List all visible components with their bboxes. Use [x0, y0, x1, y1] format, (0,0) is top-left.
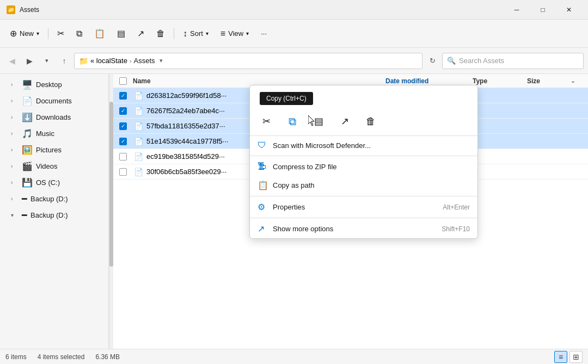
maximize-button[interactable]: □ [530, 2, 555, 18]
file-checkbox[interactable]: ✓ [115, 122, 131, 130]
context-menu-item-properties[interactable]: ⚙ Properties Alt+Enter [250, 198, 477, 217]
close-button[interactable]: ✕ [556, 2, 581, 18]
sidebar-item-pictures[interactable]: › 🖼️ Pictures [2, 142, 106, 158]
search-box[interactable]: 🔍 Search Assets [442, 53, 584, 69]
refresh-button[interactable]: ↻ [425, 53, 440, 69]
sidebar-item-videos[interactable]: › 🎬 Videos [2, 158, 106, 174]
file-icon: 📄 [134, 152, 143, 161]
header-type[interactable]: Type [473, 77, 527, 85]
rename-button[interactable]: ▤ [112, 24, 131, 44]
breadcrumb-current: Assets [134, 57, 155, 65]
file-checkbox[interactable]: ✓ [115, 107, 131, 115]
file-checkbox[interactable] [115, 168, 131, 176]
sidebar-scrollbar[interactable] [109, 74, 113, 349]
checkbox[interactable] [119, 153, 127, 161]
search-placeholder: Search Assets [459, 57, 504, 65]
header-date-modified[interactable]: Date modified [385, 77, 473, 85]
file-list: Name Date modified Type Size ⌄ ✓ 📄 d2638… [113, 74, 588, 349]
sidebar-item-desktop[interactable]: › 🖥️ Desktop [2, 77, 106, 92]
header-checkbox-col[interactable] [115, 77, 131, 85]
sidebar-item-label: OS (C:) [36, 178, 60, 187]
header-more[interactable]: ⌄ [571, 77, 586, 84]
new-icon: ⊕ [10, 28, 17, 39]
checkbox[interactable]: ✓ [119, 122, 127, 130]
pictures-icon: 🖼️ [22, 145, 33, 155]
up-button[interactable]: ↑ [57, 53, 72, 69]
forward-button[interactable]: ▶ [22, 53, 37, 69]
file-checkbox[interactable]: ✓ [115, 138, 131, 145]
checkbox[interactable] [119, 168, 127, 176]
cut-button[interactable]: ✂ [52, 24, 70, 44]
header-name[interactable]: Name [131, 77, 385, 85]
documents-icon: 📄 [22, 96, 33, 106]
minimize-button[interactable]: ─ [504, 2, 529, 18]
copy-button[interactable]: ⧉ [71, 24, 88, 44]
new-button[interactable]: ⊕ New ▾ [4, 24, 45, 44]
recent-button[interactable]: ▾ [39, 53, 54, 69]
more-options-icon: ↗ [258, 224, 267, 234]
context-menu-item-more-options[interactable]: ↗ Show more options Shift+F10 [250, 219, 477, 238]
videos-icon: 🎬 [22, 161, 33, 171]
ctx-share-button[interactable]: ↗ [335, 112, 354, 131]
share-button[interactable]: ↗ [132, 24, 150, 44]
file-checkbox[interactable] [115, 153, 131, 161]
sidebar-item-label: Backup (D:) [30, 195, 68, 203]
context-menu-item-copypath[interactable]: 📋 Copy as path [250, 176, 477, 195]
ctx-copy-button[interactable]: ⧉ [283, 112, 302, 131]
view-details-button[interactable]: ≡ [554, 351, 567, 363]
sidebar-scrollbar-thumb [109, 102, 113, 267]
paste-icon: 📋 [94, 28, 105, 39]
file-checkbox[interactable]: ✓ [115, 92, 131, 100]
sidebar-item-music[interactable]: › 🎵 Music [2, 126, 106, 141]
breadcrumb-arrow: › [130, 58, 132, 64]
toolbar-separator-1 [48, 28, 48, 39]
search-icon: 🔍 [447, 57, 456, 65]
ctx-item-shortcut: Shift+F10 [442, 225, 470, 233]
checkbox[interactable]: ✓ [119, 107, 127, 115]
checkbox[interactable]: ✓ [119, 138, 127, 145]
back-button[interactable]: ◀ [4, 53, 20, 69]
paste-button[interactable]: 📋 [89, 24, 111, 44]
view-button[interactable]: ≡ View ▾ [215, 24, 254, 44]
breadcrumb-bar[interactable]: 📁 « localState › Assets ▾ [74, 53, 422, 69]
context-menu-item-compress[interactable]: 🗜 Compress to ZIP file [250, 157, 477, 176]
compress-icon: 🗜 [258, 162, 267, 171]
checkbox[interactable]: ✓ [119, 92, 127, 100]
sidebar-item-label: Documents [36, 97, 72, 105]
context-menu: Copy (Ctrl+C) ✂ ⧉ ▤ ↗ 🗑 🛡 Scan with Micr… [249, 85, 478, 239]
ctx-item-shortcut: Alt+Enter [443, 203, 470, 211]
context-menu-item-scan[interactable]: 🛡 Scan with Microsoft Defender... [250, 136, 477, 155]
ctx-item-label: Show more options [273, 225, 436, 233]
ctx-cut-button[interactable]: ✂ [256, 112, 276, 131]
more-button[interactable]: ··· [255, 24, 272, 44]
sidebar-item-documents[interactable]: › 📄 Documents [2, 93, 106, 109]
sidebar-item-label: Downloads [36, 113, 71, 121]
ctx-paste-button[interactable]: ▤ [309, 112, 328, 131]
expand-icon: › [11, 147, 19, 153]
status-total: 6 items [5, 353, 27, 361]
sidebar-item-downloads[interactable]: › ⬇️ Downloads [2, 109, 106, 125]
ctx-item-label: Copy as path [273, 181, 464, 189]
view-tiles-button[interactable]: ⊞ [569, 351, 583, 363]
sidebar-item-os-c[interactable]: › 💾 OS (C:) [2, 175, 106, 190]
properties-icon: ⚙ [258, 202, 267, 212]
sort-button[interactable]: ↕ Sort ▾ [177, 24, 214, 44]
file-icon: 📄 [134, 137, 143, 146]
ctx-delete-button[interactable]: 🗑 [361, 112, 381, 131]
more-label: ··· [261, 29, 267, 38]
sidebar-item-backup-d-2[interactable]: ▾ ━ Backup (D:) [2, 207, 106, 223]
sidebar-item-label: Desktop [36, 81, 62, 89]
expand-icon: ▾ [11, 212, 19, 218]
select-all-checkbox[interactable] [119, 77, 127, 85]
ctx-separator [250, 156, 477, 156]
app-icon: 📁 [7, 5, 15, 14]
ctx-item-label: Compress to ZIP file [273, 163, 464, 171]
expand-icon: › [11, 114, 19, 120]
sidebar-item-backup-d-1[interactable]: › ━ Backup (D:) [2, 191, 106, 207]
breadcrumb-expand-icon[interactable]: ▾ [160, 57, 163, 64]
folder-icon: 📁 [79, 57, 88, 65]
header-size[interactable]: Size [527, 77, 571, 85]
delete-button[interactable]: 🗑 [151, 24, 170, 44]
context-menu-tooltip: Copy (Ctrl+C) [260, 92, 313, 105]
expand-icon: › [11, 98, 19, 104]
